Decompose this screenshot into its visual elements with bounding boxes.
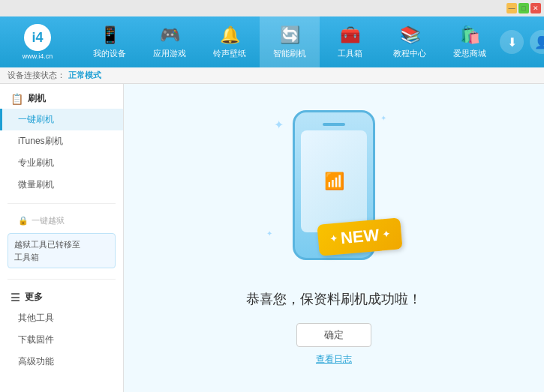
flash-nav-icon: 🔄: [280, 25, 300, 45]
phone-screen: 📶: [301, 130, 367, 232]
flash-section-label: 刷机: [28, 92, 46, 105]
nav-item-smart-flash[interactable]: 🔄 智能刷机: [260, 16, 320, 67]
sparkle-1: ✦: [274, 118, 284, 132]
success-message: 恭喜您，保资料刷机成功啦！: [246, 290, 422, 308]
lock-icon: 🔒: [18, 216, 29, 226]
main-area: 📋 刷机 一键刷机 iTunes刷机 专业刷机 微量刷机 🔒 一键越狱 越狱工具…: [0, 84, 544, 392]
status-label: 设备连接状态：: [8, 70, 65, 81]
sidebar-item-download-fw[interactable]: 下载固件: [0, 329, 123, 351]
device-nav-icon: 📱: [100, 25, 120, 45]
phone-screen-content: 📶: [324, 172, 344, 191]
sidebar-jailbreak-header: 🔒 一键越狱: [0, 211, 123, 230]
nav-item-toolbox[interactable]: 🧰 工具箱: [320, 16, 380, 67]
title-bar: — □ ✕: [0, 0, 544, 16]
flash-section-icon: 📋: [11, 93, 23, 105]
sidebar-section-flash-header: 📋 刷机: [0, 88, 123, 109]
user-button[interactable]: 👤: [530, 30, 544, 54]
sidebar-section-more-header: ☰ 更多: [0, 287, 123, 307]
nav-label-toolbox: 工具箱: [338, 48, 362, 59]
sidebar-item-pro-flash[interactable]: 专业刷机: [0, 152, 123, 174]
ringtone-nav-icon: 🔔: [220, 25, 240, 45]
phone-illustration: ✦ ✦ ✦ 📶 NEW: [259, 110, 409, 275]
logo-area: i4 www.i4.cn: [8, 24, 68, 60]
sparkle-2: ✦: [380, 114, 386, 122]
nav-item-ringtone[interactable]: 🔔 铃声壁纸: [200, 16, 260, 67]
status-bar: 设备连接状态： 正常模式: [0, 67, 544, 84]
status-value: 正常模式: [68, 70, 101, 81]
content-area: ✦ ✦ ✦ 📶 NEW 恭喜您，保资料刷机成功啦！ 确定 查看日志: [124, 84, 544, 392]
download-button[interactable]: ⬇: [500, 30, 524, 54]
logo-text: i4: [32, 30, 43, 46]
maximize-button[interactable]: □: [518, 3, 529, 13]
close-button[interactable]: ✕: [530, 3, 541, 13]
minimize-button[interactable]: —: [506, 3, 517, 13]
phone-speaker: [323, 123, 345, 126]
nav-item-shop[interactable]: 🛍️ 爱思商城: [440, 16, 500, 67]
new-badge: NEW: [317, 217, 403, 256]
logo-sub: www.i4.cn: [23, 52, 53, 60]
nav-bar: 📱 我的设备 🎮 应用游戏 🔔 铃声壁纸 🔄 智能刷机 🧰 工具箱 📚 教程中心…: [80, 16, 500, 67]
nav-item-app-game[interactable]: 🎮 应用游戏: [140, 16, 200, 67]
nav-label-my-device: 我的设备: [93, 48, 126, 59]
sidebar-item-one-key-flash[interactable]: 一键刷机: [0, 109, 123, 130]
app-nav-icon: 🎮: [160, 25, 180, 45]
divider-2: [8, 279, 116, 280]
shop-nav-icon: 🛍️: [460, 25, 480, 45]
header-right: ⬇ 👤: [500, 30, 544, 54]
nav-label-ringtone: 铃声壁纸: [213, 48, 246, 59]
more-section-label: 更多: [25, 291, 43, 304]
toolbox-nav-icon: 🧰: [340, 25, 360, 45]
sparkle-3: ✦: [266, 229, 272, 238]
view-log-link[interactable]: 查看日志: [316, 353, 352, 366]
tutorial-nav-icon: 📚: [400, 25, 420, 45]
sidebar-section-jailbreak: 🔒 一键越狱 越狱工具已转移至工具箱: [0, 207, 123, 276]
nav-label-app-game: 应用游戏: [153, 48, 186, 59]
nav-label-smart-flash: 智能刷机: [273, 48, 306, 59]
sidebar-section-more: ☰ 更多 其他工具 下载固件 高级功能: [0, 283, 123, 377]
sidebar-section-flash: 📋 刷机 一键刷机 iTunes刷机 专业刷机 微量刷机: [0, 84, 123, 200]
logo-icon: i4: [24, 24, 51, 51]
sidebar-item-itunes-flash[interactable]: iTunes刷机: [0, 130, 123, 152]
nav-label-shop: 爱思商城: [453, 48, 486, 59]
nav-label-tutorial: 教程中心: [393, 48, 426, 59]
confirm-button[interactable]: 确定: [296, 323, 371, 347]
sidebar: 📋 刷机 一键刷机 iTunes刷机 专业刷机 微量刷机 🔒 一键越狱 越狱工具…: [0, 84, 124, 392]
divider-1: [8, 203, 116, 204]
sidebar-item-advanced[interactable]: 高级功能: [0, 351, 123, 373]
nav-item-tutorial[interactable]: 📚 教程中心: [380, 16, 440, 67]
more-section-icon: ☰: [11, 292, 20, 304]
jailbreak-note: 越狱工具已转移至工具箱: [8, 233, 116, 268]
sidebar-item-micro-flash[interactable]: 微量刷机: [0, 174, 123, 196]
sidebar-item-other-tools[interactable]: 其他工具: [0, 307, 123, 329]
nav-item-my-device[interactable]: 📱 我的设备: [80, 16, 140, 67]
jailbreak-label: 一键越狱: [32, 215, 65, 226]
header: i4 www.i4.cn 📱 我的设备 🎮 应用游戏 🔔 铃声壁纸 🔄 智能刷机…: [0, 16, 544, 67]
